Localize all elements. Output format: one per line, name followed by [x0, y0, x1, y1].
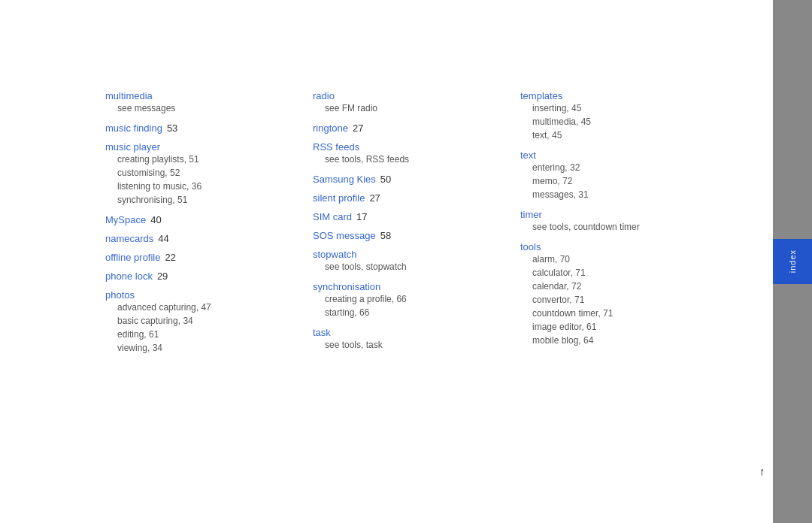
entry-number: 17: [356, 211, 367, 222]
entry-number: 40: [150, 214, 161, 225]
column-1: multimediasee messagesmusic finding53mus…: [105, 90, 313, 478]
entry-number: 44: [158, 233, 168, 244]
entry-header: music player: [105, 141, 298, 153]
index-entry: tasksee tools, task: [313, 327, 505, 352]
index-entry: toolsalarm, 70calculator, 71calendar, 72…: [520, 241, 713, 347]
entry-subtext: inserting, 45multimedia, 45text, 45: [520, 101, 713, 142]
main-content: multimediasee messagesmusic finding53mus…: [0, 0, 773, 523]
entry-subtext: see tools, stopwatch: [313, 260, 505, 274]
entry-header: text: [520, 150, 713, 161]
entry-header: silent profile: [313, 192, 365, 204]
entry-number: 29: [157, 271, 168, 282]
entry-subtext: see messages: [105, 101, 298, 115]
index-entry: music playercreating playlists, 51custom…: [105, 141, 298, 207]
index-entry: music finding53: [105, 122, 298, 134]
index-entry: phone lock29: [105, 271, 298, 282]
entry-subtext: see FM radio: [313, 101, 505, 115]
entry-subtext: see tools, RSS feeds: [313, 153, 505, 166]
index-entry: MySpace40: [105, 214, 298, 225]
index-entry: offline profile22: [105, 252, 298, 263]
entry-subtext: entering, 32memo, 72messages, 31: [520, 161, 713, 201]
entry-header: tools: [520, 241, 713, 252]
index-entry: RSS feedssee tools, RSS feeds: [313, 141, 505, 166]
index-entry: radiosee FM radio: [313, 90, 505, 115]
entry-header: stopwatch: [313, 249, 505, 260]
entry-number: 27: [369, 192, 380, 204]
entry-header: offline profile: [105, 252, 160, 263]
sidebar-tab: index: [773, 239, 812, 284]
index-entry: silent profile27: [313, 192, 505, 204]
index-entry: photosadvanced capturing, 47basic captur…: [105, 289, 298, 355]
index-entry: textentering, 32memo, 72messages, 31: [520, 150, 713, 201]
index-entry: SOS message58: [313, 230, 505, 241]
footer-f: f: [761, 467, 763, 478]
entry-header: photos: [105, 289, 298, 301]
entry-subtext: see tools, task: [313, 338, 505, 352]
entry-header: SIM card: [313, 211, 352, 222]
entry-header: music finding: [105, 122, 162, 134]
entry-header: RSS feeds: [313, 141, 505, 153]
entry-number: 50: [380, 174, 391, 185]
entry-number: 22: [165, 252, 175, 263]
entry-subtext: creating a profile, 66starting, 66: [313, 292, 505, 319]
index-entry: stopwatchsee tools, stopwatch: [313, 249, 505, 274]
entry-header: namecards: [105, 233, 153, 244]
entry-number: 58: [380, 230, 391, 241]
entry-header: phone lock: [105, 271, 153, 282]
entry-header: Samsung Kies: [313, 174, 376, 185]
column-2: radiosee FM radioringtone27RSS feedssee …: [313, 90, 520, 478]
index-entry: timersee tools, countdown timer: [520, 209, 713, 234]
index-entry: synchronisationcreating a profile, 66sta…: [313, 281, 505, 319]
entry-header: task: [313, 327, 505, 338]
index-entry: SIM card17: [313, 211, 505, 222]
index-entry: Samsung Kies50: [313, 174, 505, 185]
entry-subtext: creating playlists, 51customising, 52lis…: [105, 153, 298, 207]
entry-subtext: see tools, countdown timer: [520, 220, 713, 234]
entry-header: timer: [520, 209, 713, 220]
entry-subtext: alarm, 70calculator, 71calendar, 72conve…: [520, 252, 713, 347]
entry-header: radio: [313, 90, 505, 101]
entry-header: MySpace: [105, 214, 146, 225]
index-entry: templatesinserting, 45multimedia, 45text…: [520, 90, 713, 142]
entry-header: SOS message: [313, 230, 376, 241]
entry-header: multimedia: [105, 90, 298, 101]
index-entry: namecards44: [105, 233, 298, 244]
index-entry: multimediasee messages: [105, 90, 298, 115]
entry-header: synchronisation: [313, 281, 505, 292]
sidebar: index: [773, 0, 812, 523]
column-3: templatesinserting, 45multimedia, 45text…: [520, 90, 728, 478]
entry-number: 27: [353, 122, 363, 134]
index-entry: ringtone27: [313, 122, 505, 134]
sidebar-label: index: [788, 249, 797, 273]
entry-header: templates: [520, 90, 713, 101]
entry-subtext: advanced capturing, 47basic capturing, 3…: [105, 301, 298, 355]
entry-header: ringtone: [313, 122, 348, 134]
entry-number: 53: [167, 122, 177, 134]
